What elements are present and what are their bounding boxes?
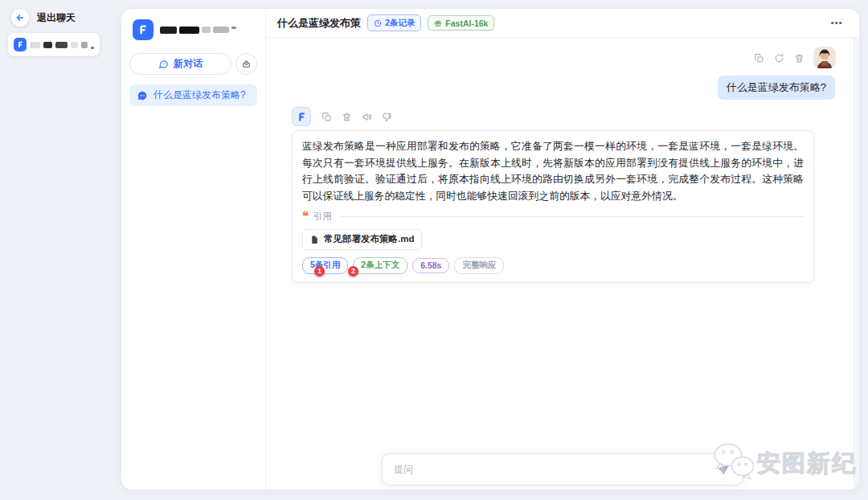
refresh-icon[interactable] bbox=[772, 51, 786, 65]
clock-icon bbox=[374, 19, 382, 27]
box-icon bbox=[241, 59, 252, 69]
assistant-message-toolbar bbox=[292, 107, 814, 126]
chat-menu-button[interactable]: ⋯ bbox=[830, 16, 843, 31]
question-input[interactable] bbox=[394, 464, 715, 475]
back-arrow-icon[interactable] bbox=[11, 9, 29, 27]
assistant-message-card: 蓝绿发布策略是一种应用部署和发布的策略，它准备了两套一模一样的环境，一套是蓝环境… bbox=[292, 130, 814, 283]
assistant-avatar bbox=[292, 107, 311, 126]
app-brand bbox=[129, 19, 257, 40]
redacted-text bbox=[30, 42, 40, 48]
chat-panel: 什么是蓝绿发布策 2条记录 FastAI-16k ⋯ bbox=[266, 9, 859, 490]
chat-header: 什么是蓝绿发布策 2条记录 FastAI-16k ⋯ bbox=[266, 9, 859, 38]
sidebar: 新对话 什么是蓝绿发布策略? bbox=[121, 9, 266, 490]
model-badge[interactable]: FastAI-16k bbox=[428, 15, 494, 31]
full-response-badge[interactable]: 完整响应 bbox=[454, 257, 504, 274]
chat-title: 什么是蓝绿发布策 bbox=[277, 16, 361, 31]
response-meta-row: 5条引用 2条上下文 6.58s 完整响应 1 2 bbox=[302, 257, 804, 274]
chat-body: 什么是蓝绿发布策略? bbox=[266, 38, 859, 490]
redacted-text bbox=[81, 42, 88, 48]
copy-icon[interactable] bbox=[320, 110, 334, 124]
sidebar-history-item[interactable]: 什么是蓝绿发布策略? bbox=[129, 84, 257, 106]
thumbs-down-icon[interactable] bbox=[380, 110, 394, 124]
copy-icon[interactable] bbox=[752, 51, 766, 65]
user-message-group: 什么是蓝绿发布策略? bbox=[718, 47, 835, 100]
new-chat-label: 新对话 bbox=[174, 57, 203, 71]
quote-label: 引用 bbox=[313, 211, 332, 223]
quote-section-header: ❝ 引用 bbox=[302, 211, 804, 223]
user-avatar[interactable] bbox=[814, 47, 835, 68]
exit-chat-label: 退出聊天 bbox=[37, 11, 76, 25]
divider bbox=[340, 216, 804, 217]
chat-bubble-icon bbox=[158, 59, 169, 69]
document-icon bbox=[310, 235, 319, 244]
redacted-text bbox=[91, 47, 94, 49]
chat-bubble-filled-icon bbox=[137, 90, 148, 101]
citation-file-name: 常见部署发布策略.md bbox=[324, 233, 414, 245]
citation-file-chip[interactable]: 常见部署发布策略.md bbox=[302, 229, 422, 250]
exit-chat[interactable]: 退出聊天 bbox=[11, 9, 76, 27]
scrollbar[interactable] bbox=[854, 38, 859, 490]
new-chat-button[interactable]: 新对话 bbox=[129, 53, 231, 75]
records-badge[interactable]: 2条记录 bbox=[367, 14, 421, 31]
redacted-text bbox=[43, 42, 53, 48]
app-logo-icon bbox=[133, 19, 154, 40]
gift-icon bbox=[434, 19, 442, 27]
assistant-message-text: 蓝绿发布策略是一种应用部署和发布的策略，它准备了两套一模一样的环境，一套是蓝环境… bbox=[302, 138, 804, 205]
quote-icon: ❝ bbox=[302, 212, 309, 220]
app-logo-icon bbox=[14, 38, 27, 51]
trash-icon[interactable] bbox=[792, 51, 806, 65]
duration-badge[interactable]: 6.58s bbox=[412, 258, 449, 273]
redacted-app-name bbox=[160, 27, 236, 34]
clear-history-button[interactable] bbox=[235, 53, 257, 75]
app-shortcut-card[interactable] bbox=[8, 33, 100, 56]
annotation-marker-2: 2 bbox=[348, 266, 358, 277]
trash-icon[interactable] bbox=[340, 110, 354, 124]
assistant-message-group: 蓝绿发布策略是一种应用部署和发布的策略，它准备了两套一模一样的环境，一套是蓝环境… bbox=[292, 107, 814, 283]
send-button[interactable] bbox=[715, 461, 731, 477]
annotation-marker-1: 1 bbox=[314, 266, 325, 277]
citations-count-badge[interactable]: 5条引用 bbox=[302, 257, 348, 274]
context-count-badge[interactable]: 2条上下文 bbox=[353, 257, 407, 274]
history-item-label: 什么是蓝绿发布策略? bbox=[154, 88, 246, 102]
chat-window: 新对话 什么是蓝绿发布策略? 什么是蓝绿发布策 2条记录 FastAI-16k … bbox=[121, 8, 860, 490]
speaker-icon[interactable] bbox=[360, 110, 374, 124]
user-message-bubble[interactable]: 什么是蓝绿发布策略? bbox=[718, 76, 835, 100]
composer bbox=[382, 453, 743, 486]
redacted-text bbox=[55, 42, 67, 48]
paper-plane-icon bbox=[717, 463, 731, 477]
redacted-text bbox=[71, 42, 78, 48]
user-message-toolbar bbox=[752, 47, 835, 68]
